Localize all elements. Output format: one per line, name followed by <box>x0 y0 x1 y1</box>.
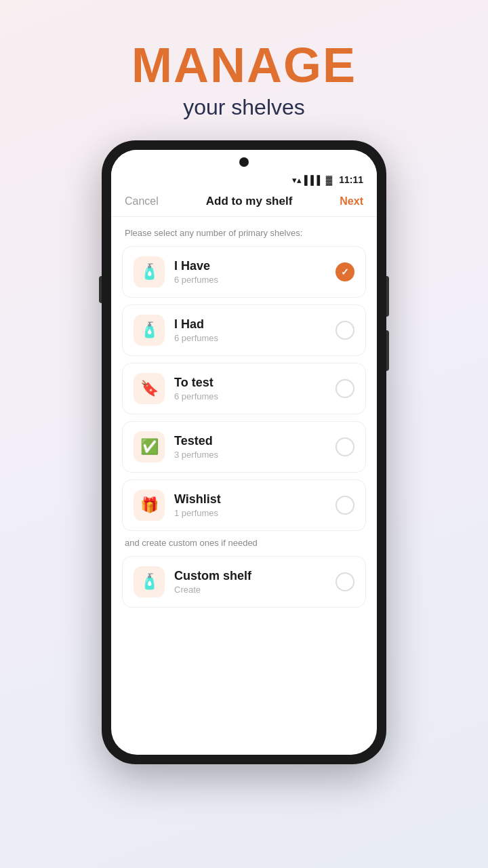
primary-section-label: Please select any number of primary shel… <box>122 228 366 238</box>
page-title-sub: your shelves <box>131 95 357 120</box>
navbar-title: Add to my shelf <box>206 195 293 208</box>
shelf-icon-bg-i-had: 🧴 <box>134 315 165 346</box>
custom-shelf-name: Custom shelf <box>174 569 336 583</box>
status-bar: ▾▴ ▌▌▌ ▓ 11:11 <box>111 174 377 189</box>
shelf-icon-bg-i-have: 🧴 <box>134 256 165 288</box>
custom-shelf-text: Custom shelf Create <box>174 569 336 595</box>
shelf-icon-bg-to-test: 🔖 <box>134 373 165 404</box>
signal-icon: ▌▌▌ <box>304 175 323 185</box>
custom-shelf-icon-bg: 🧴 <box>134 566 165 597</box>
shelf-count-tested: 3 perfumes <box>174 450 336 460</box>
phone-notch-area <box>111 150 377 174</box>
custom-shelf-item[interactable]: 🧴 Custom shelf Create <box>122 556 366 608</box>
shelf-item-i-had[interactable]: 🧴I Had6 perfumes <box>122 304 366 356</box>
page-header: MANAGE your shelves <box>131 41 357 120</box>
shelf-icon-i-had: 🧴 <box>140 321 159 339</box>
app-content: Please select any number of primary shel… <box>111 217 377 755</box>
phone-volume-button <box>99 276 102 303</box>
shelf-item-tested[interactable]: ✅Tested3 perfumes <box>122 421 366 473</box>
shelf-name-wishlist: Wishlist <box>174 492 336 507</box>
shelf-count-to-test: 6 perfumes <box>174 391 336 401</box>
shelf-item-wishlist[interactable]: 🎁Wishlist1 perfumes <box>122 479 366 531</box>
status-time: 11:11 <box>339 174 363 185</box>
wifi-icon: ▾▴ <box>292 175 302 185</box>
app-navbar: Cancel Add to my shelf Next <box>111 189 377 217</box>
shelf-icon-bg-wishlist: 🎁 <box>134 490 165 521</box>
front-camera <box>239 157 249 167</box>
phone-screen: ▾▴ ▌▌▌ ▓ 11:11 Cancel Add to my shelf Ne… <box>111 150 377 755</box>
shelf-count-wishlist: 1 perfumes <box>174 508 336 518</box>
phone-frame: ▾▴ ▌▌▌ ▓ 11:11 Cancel Add to my shelf Ne… <box>102 140 386 764</box>
cancel-button[interactable]: Cancel <box>125 195 159 208</box>
shelves-list: 🧴I Have6 perfumes🧴I Had6 perfumes🔖To tes… <box>122 246 366 531</box>
shelf-name-tested: Tested <box>174 434 336 448</box>
battery-icon: ▓ <box>326 175 332 185</box>
shelf-name-i-had: I Had <box>174 317 336 332</box>
custom-shelf-subtitle: Create <box>174 585 336 595</box>
custom-shelf-checkbox[interactable] <box>336 572 354 591</box>
shelf-icon-i-have: 🧴 <box>140 263 159 281</box>
shelf-text-wishlist: Wishlist1 perfumes <box>174 492 336 518</box>
shelf-icon-to-test: 🔖 <box>140 380 159 397</box>
shelf-checkbox-wishlist[interactable] <box>336 496 354 515</box>
shelf-text-i-had: I Had6 perfumes <box>174 317 336 343</box>
next-button[interactable]: Next <box>340 195 363 208</box>
shelf-item-to-test[interactable]: 🔖To test6 perfumes <box>122 363 366 414</box>
shelf-icon-bg-tested: ✅ <box>134 431 165 462</box>
phone-power-button <box>386 276 389 317</box>
shelf-count-i-have: 6 perfumes <box>174 275 336 285</box>
page-title-main: MANAGE <box>131 41 357 90</box>
custom-section-label: and create custom ones if needed <box>122 538 366 548</box>
shelf-checkbox-i-had[interactable] <box>336 321 354 340</box>
shelf-count-i-had: 6 perfumes <box>174 333 336 343</box>
shelf-text-i-have: I Have6 perfumes <box>174 259 336 285</box>
custom-shelf-icon: 🧴 <box>140 573 159 591</box>
shelf-text-to-test: To test6 perfumes <box>174 376 336 401</box>
phone-volume-down-button <box>386 330 389 371</box>
shelf-item-i-have[interactable]: 🧴I Have6 perfumes <box>122 246 366 298</box>
shelf-name-i-have: I Have <box>174 259 336 273</box>
shelf-checkbox-to-test[interactable] <box>336 379 354 398</box>
status-icons: ▾▴ ▌▌▌ ▓ <box>292 175 332 185</box>
shelf-text-tested: Tested3 perfumes <box>174 434 336 460</box>
shelf-checkbox-tested[interactable] <box>336 437 354 456</box>
shelf-icon-tested: ✅ <box>140 438 159 456</box>
shelf-checkbox-i-have[interactable] <box>336 262 354 281</box>
shelf-name-to-test: To test <box>174 376 336 390</box>
shelf-icon-wishlist: 🎁 <box>140 496 159 514</box>
